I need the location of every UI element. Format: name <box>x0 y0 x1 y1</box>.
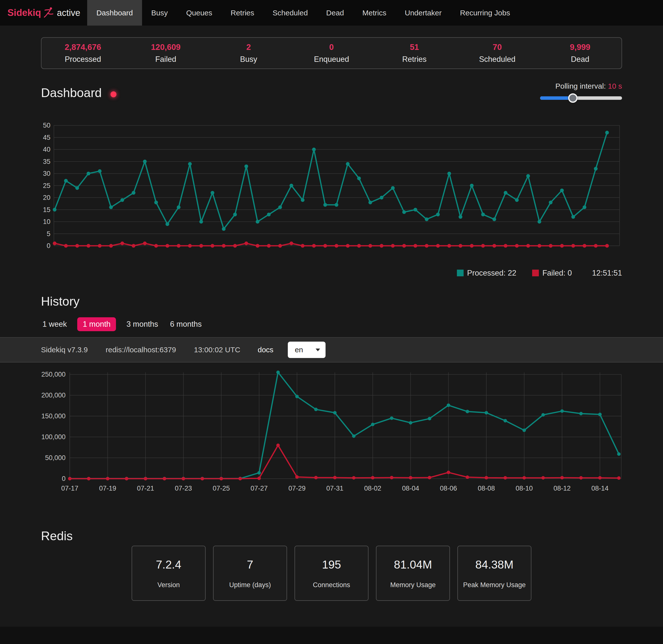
failed-swatch-icon <box>532 270 539 276</box>
svg-text:07-21: 07-21 <box>137 485 154 492</box>
page-bottom-band <box>0 627 663 644</box>
stat-dead-label: Dead <box>539 55 621 64</box>
svg-text:0: 0 <box>47 242 50 250</box>
svg-text:45: 45 <box>43 134 50 141</box>
nav-item-dead[interactable]: Dead <box>317 0 353 26</box>
stat-processed[interactable]: 2,874,676 Processed <box>42 43 124 64</box>
redis-uptime-value: 7 <box>247 558 253 571</box>
redis-card-connections: 195 Connections <box>295 546 368 601</box>
svg-text:35: 35 <box>43 158 50 165</box>
redis-cards: 7.2.4 Version 7 Uptime (days) 195 Connec… <box>0 546 663 601</box>
svg-text:07-31: 07-31 <box>326 485 343 492</box>
legend-failed: Failed: 0 <box>532 269 572 278</box>
stat-enqueued[interactable]: 0 Enqueued <box>290 43 373 64</box>
svg-text:08-02: 08-02 <box>364 485 381 492</box>
redis-version-value: 7.2.4 <box>156 558 181 571</box>
svg-text:150,000: 150,000 <box>41 412 66 420</box>
svg-text:08-08: 08-08 <box>478 485 495 492</box>
nav-item-scheduled[interactable]: Scheduled <box>264 0 317 26</box>
locale-select[interactable]: en <box>288 342 325 358</box>
svg-text:50,000: 50,000 <box>45 454 66 462</box>
stat-failed[interactable]: 120,609 Failed <box>124 43 207 64</box>
svg-text:0: 0 <box>62 475 66 482</box>
stat-failed-value: 120,609 <box>124 43 207 52</box>
svg-text:5: 5 <box>47 230 50 237</box>
stat-dead[interactable]: 9,999 Dead <box>539 43 621 64</box>
redis-version-label: Version <box>157 581 180 589</box>
nav-item-retries[interactable]: Retries <box>222 0 264 26</box>
redis-memory-label: Memory Usage <box>390 581 436 589</box>
svg-text:08-10: 08-10 <box>516 485 533 492</box>
svg-text:20: 20 <box>43 194 50 201</box>
svg-text:100,000: 100,000 <box>41 433 66 441</box>
polling-value: 10 s <box>608 82 622 90</box>
stat-busy-value: 2 <box>207 43 290 52</box>
redis-url: redis://localhost:6379 <box>106 346 176 354</box>
svg-text:07-17: 07-17 <box>61 485 78 492</box>
svg-text:50: 50 <box>43 122 50 129</box>
svg-text:250,000: 250,000 <box>41 371 66 378</box>
nav-item-queues[interactable]: Queues <box>177 0 222 26</box>
nav-item-dashboard[interactable]: Dashboard <box>87 0 142 26</box>
nav-item-metrics[interactable]: Metrics <box>353 0 395 26</box>
svg-text:08-14: 08-14 <box>591 485 609 492</box>
stat-processed-value: 2,874,676 <box>42 43 124 52</box>
redis-connections-label: Connections <box>313 581 350 589</box>
range-1-month[interactable]: 1 month <box>77 317 116 331</box>
stat-failed-label: Failed <box>124 55 207 64</box>
nav-item-recurring-jobs[interactable]: Recurring Jobs <box>451 0 519 26</box>
chart-legend: Processed: 22 Failed: 0 12:51:51 <box>457 269 622 278</box>
redis-peak-memory-value: 84.38M <box>475 558 513 571</box>
stat-dead-value: 9,999 <box>539 43 621 52</box>
legend-failed-label: Failed: 0 <box>542 269 572 277</box>
redis-card-uptime: 7 Uptime (days) <box>213 546 287 601</box>
range-1-week[interactable]: 1 week <box>41 317 68 331</box>
redis-uptime-label: Uptime (days) <box>229 581 271 589</box>
processed-swatch-icon <box>457 270 464 276</box>
stat-scheduled-label: Scheduled <box>456 55 539 64</box>
redis-memory-value: 81.04M <box>394 558 432 571</box>
svg-text:07-27: 07-27 <box>251 485 268 492</box>
server-time: 13:00:02 UTC <box>194 346 241 354</box>
stat-processed-label: Processed <box>42 55 124 64</box>
nav-item-busy[interactable]: Busy <box>142 0 177 26</box>
sidekiq-version: Sidekiq v7.3.9 <box>41 346 88 354</box>
stat-retries-value: 51 <box>373 43 456 52</box>
chevron-down-icon <box>316 349 320 351</box>
redis-card-memory: 81.04M Memory Usage <box>376 546 450 601</box>
nav-items: Dashboard Busy Queues Retries Scheduled … <box>87 0 519 26</box>
nav-item-undertaker[interactable]: Undertaker <box>395 0 451 26</box>
redis-peak-memory-label: Peak Memory Usage <box>463 581 526 589</box>
svg-text:15: 15 <box>43 206 50 213</box>
page-title: Dashboard <box>41 86 102 100</box>
slider-thumb[interactable] <box>568 93 577 103</box>
legend-timestamp: 12:51:51 <box>592 269 622 278</box>
redis-title: Redis <box>41 529 73 543</box>
svg-text:07-19: 07-19 <box>99 485 116 492</box>
top-nav: Sidekiq active Dashboard Busy Queues Ret… <box>0 0 663 26</box>
svg-text:08-12: 08-12 <box>553 485 571 492</box>
brand-name: Sidekiq <box>7 7 41 18</box>
status-bar: Sidekiq v7.3.9 redis://localhost:6379 13… <box>0 337 663 363</box>
polling-interval-label: Polling interval: 10 s <box>555 82 622 90</box>
svg-text:25: 25 <box>43 182 50 189</box>
stat-enqueued-value: 0 <box>290 43 373 52</box>
docs-link[interactable]: docs <box>258 346 273 354</box>
stat-busy[interactable]: 2 Busy <box>207 43 290 64</box>
sidekiq-dancer-icon <box>43 6 54 19</box>
history-chart: 050,000100,000150,000200,000250,00007-17… <box>37 365 626 504</box>
redis-card-version: 7.2.4 Version <box>132 546 206 601</box>
svg-text:08-04: 08-04 <box>402 485 419 492</box>
range-3-months[interactable]: 3 months <box>125 317 160 331</box>
range-6-months[interactable]: 6 months <box>168 317 203 331</box>
brand[interactable]: Sidekiq active <box>0 0 87 26</box>
svg-text:30: 30 <box>43 170 50 177</box>
svg-text:07-25: 07-25 <box>212 485 230 492</box>
svg-text:07-29: 07-29 <box>288 485 305 492</box>
brand-status: active <box>57 8 80 18</box>
realtime-chart: 05101520253035404550 <box>39 119 624 263</box>
polling-interval-slider[interactable] <box>540 96 622 100</box>
stat-scheduled[interactable]: 70 Scheduled <box>456 43 539 64</box>
history-range-buttons: 1 week 1 month 3 months 6 months <box>41 317 203 331</box>
stat-retries[interactable]: 51 Retries <box>373 43 456 64</box>
